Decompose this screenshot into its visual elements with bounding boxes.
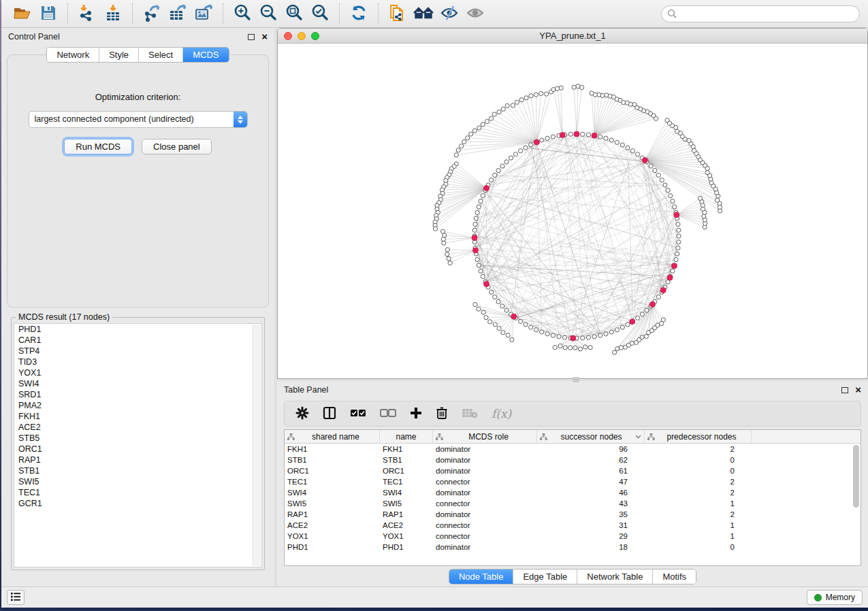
export-table-button[interactable] — [165, 2, 191, 25]
column-type-icon — [540, 433, 547, 440]
tab-mcds[interactable]: MCDS — [183, 48, 228, 62]
mcds-tab-pane: Optimization criterion: largest connecte… — [7, 54, 269, 308]
table-header-row: shared namenameMCDS rolesuccessor nodesp… — [285, 430, 861, 444]
columns-icon[interactable] — [323, 406, 336, 422]
zoom-out-button[interactable] — [255, 2, 281, 25]
add-column-icon[interactable] — [410, 407, 422, 421]
mcds-result-item[interactable]: SWI4 — [14, 378, 261, 389]
mcds-result-item[interactable]: TEC1 — [14, 487, 261, 498]
network-window-titlebar[interactable]: YPA_prune.txt_1 — [278, 29, 867, 44]
table-panel: Table Panel × f(x) shared namenameMCDS r… — [277, 381, 868, 587]
minimize-window-icon[interactable] — [298, 32, 306, 40]
table-row[interactable]: ORC1ORC1dominator610 — [285, 465, 861, 476]
sort-chevron-icon — [635, 435, 641, 439]
column-header-shared-name[interactable]: shared name — [285, 430, 380, 443]
maximize-window-icon[interactable] — [311, 32, 319, 40]
mcds-result-item[interactable]: STP4 — [14, 346, 261, 357]
mcds-result-item[interactable]: PHD1 — [14, 324, 261, 335]
table-cell: SWI5 — [285, 499, 380, 508]
mcds-result-item[interactable]: SRD1 — [14, 389, 261, 400]
import-network-button[interactable] — [74, 2, 100, 25]
table-row[interactable]: RAP1RAP1dominator352 — [285, 509, 861, 520]
open-session-icon — [13, 5, 32, 23]
task-history-button[interactable] — [7, 590, 25, 605]
table-row[interactable]: STB1STB1dominator620 — [285, 455, 861, 465]
mcds-result-item[interactable]: RAP1 — [14, 455, 261, 465]
mcds-result-item[interactable]: FKH1 — [14, 411, 261, 422]
table-cell: STB1 — [380, 456, 433, 464]
table-body[interactable]: FKH1FKH1dominator962STB1STB1dominator620… — [285, 444, 861, 552]
float-table-panel-icon[interactable] — [841, 387, 848, 393]
close-table-panel-icon[interactable]: × — [855, 386, 861, 393]
horizontal-splitter[interactable] — [277, 379, 868, 381]
mcds-result-item[interactable]: GCR1 — [14, 498, 261, 509]
table-row[interactable]: SWI5SWI5connector431 — [285, 498, 861, 509]
network-canvas[interactable] — [278, 44, 867, 378]
table-cell: STB1 — [285, 456, 380, 464]
table-cell: 35 — [537, 510, 645, 518]
export-network-button[interactable] — [139, 2, 165, 25]
mcds-result-item[interactable]: TID3 — [14, 357, 261, 367]
column-header-successor-nodes[interactable]: successor nodes — [537, 430, 645, 443]
mcds-result-item[interactable]: CAR1 — [14, 335, 261, 346]
column-header-label: predecessor nodes — [666, 432, 736, 442]
table-row[interactable]: ACE2ACE2connector311 — [285, 520, 861, 531]
close-window-icon[interactable] — [284, 32, 292, 40]
tab-motifs[interactable]: Motifs — [653, 569, 696, 584]
tab-select[interactable]: Select — [139, 48, 183, 62]
criterion-dropdown[interactable]: largest connected component (undirected) — [29, 111, 248, 128]
table-cell: 62 — [537, 456, 645, 464]
close-panel-icon[interactable]: × — [261, 33, 268, 40]
mcds-list-scrollbar[interactable] — [253, 325, 261, 566]
column-header-predecessor-nodes[interactable]: predecessor nodes — [645, 430, 752, 443]
export-image-button[interactable] — [191, 2, 216, 25]
tab-node-table[interactable]: Node Table — [449, 569, 514, 584]
select-all-icon[interactable] — [350, 408, 366, 420]
tab-network-table[interactable]: Network Table — [577, 569, 653, 584]
gear-icon[interactable] — [295, 406, 309, 422]
table-scrollbar[interactable] — [853, 445, 859, 508]
deselect-all-icon[interactable] — [380, 408, 396, 420]
table-row[interactable]: PHD1PHD1dominator180 — [285, 542, 861, 552]
search-input[interactable] — [661, 5, 860, 22]
save-session-button[interactable] — [35, 2, 61, 25]
tab-edge-table[interactable]: Edge Table — [513, 569, 577, 584]
column-header-MCDS-role[interactable]: MCDS role — [433, 430, 537, 443]
show-eye-button[interactable] — [462, 2, 488, 25]
table-cell: PHD1 — [380, 543, 433, 551]
network-from-file-button[interactable] — [385, 2, 411, 25]
network-graph[interactable] — [278, 44, 867, 378]
zoom-in-button[interactable] — [229, 2, 255, 25]
mcds-result-item[interactable]: SWI5 — [14, 476, 261, 487]
close-panel-button[interactable]: Close panel — [142, 139, 212, 154]
table-cell: SWI4 — [285, 489, 380, 497]
table-row[interactable]: TEC1TEC1connector472 — [285, 476, 861, 487]
open-session-button[interactable] — [10, 2, 35, 25]
tab-style[interactable]: Style — [99, 48, 139, 62]
mcds-result-item[interactable]: PMA2 — [14, 400, 261, 411]
home-button[interactable] — [411, 2, 436, 25]
zoom-fit-button[interactable] — [281, 2, 307, 25]
refresh-layout-button[interactable] — [346, 2, 372, 25]
table-row[interactable]: YOX1YOX1connector291 — [285, 531, 861, 542]
hide-eye-button[interactable] — [436, 2, 462, 25]
zoom-selected-button[interactable] — [307, 2, 333, 25]
table-row[interactable]: SWI4SWI4dominator462 — [285, 487, 861, 498]
float-panel-icon[interactable] — [248, 34, 255, 40]
node-table[interactable]: shared namenameMCDS rolesuccessor nodesp… — [284, 429, 861, 566]
mcds-result-list[interactable]: PHD1CAR1STP4TID3YOX1SWI4SRD1PMA2FKH1ACE2… — [14, 323, 262, 567]
mcds-result-item[interactable]: ORC1 — [14, 444, 261, 455]
memory-button[interactable]: Memory — [807, 590, 863, 605]
tab-network[interactable]: Network — [47, 48, 99, 62]
mcds-result-item[interactable]: STB1 — [14, 465, 261, 476]
mcds-result-item[interactable]: STB5 — [14, 433, 261, 444]
table-cell: FKH1 — [285, 445, 380, 453]
mcds-result-item[interactable]: ACE2 — [14, 422, 261, 433]
table-row[interactable]: FKH1FKH1dominator962 — [285, 444, 861, 455]
import-table-button[interactable] — [100, 2, 126, 25]
delete-column-icon[interactable] — [436, 406, 448, 422]
mcds-result-item[interactable]: YOX1 — [14, 367, 261, 378]
run-mcds-button[interactable]: Run MCDS — [64, 139, 132, 154]
table-cell: ORC1 — [285, 467, 380, 475]
column-header-name[interactable]: name — [380, 430, 433, 443]
